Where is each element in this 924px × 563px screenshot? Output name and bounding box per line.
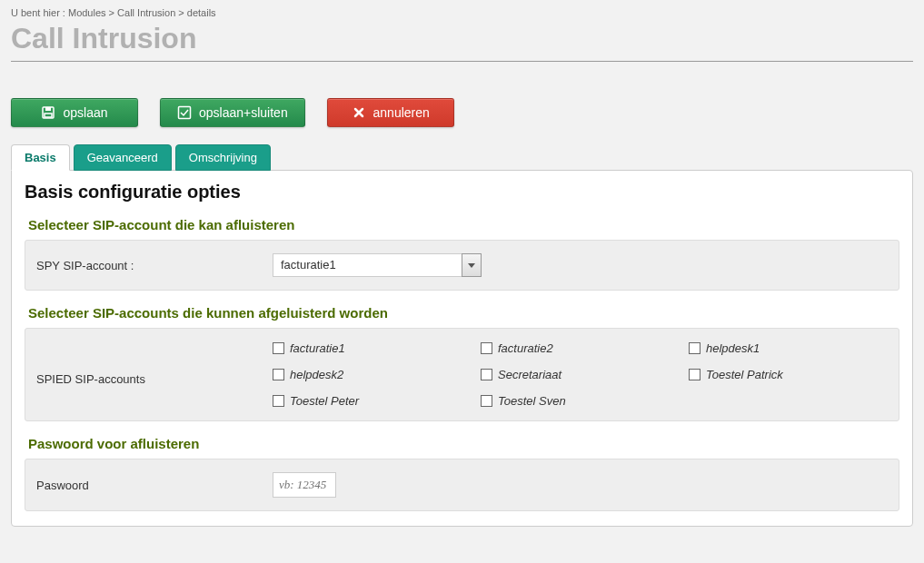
checkbox-label: Toestel Sven: [498, 394, 566, 408]
checkbox-box[interactable]: [273, 395, 284, 407]
close-icon: [352, 105, 366, 120]
tab-description[interactable]: Omschrijving: [175, 144, 271, 171]
checkbox-label: Secretariaat: [498, 368, 561, 381]
svg-rect-1: [45, 107, 51, 111]
toolbar: opslaan opslaan+sluiten annuleren: [11, 98, 913, 127]
checkbox-label: Toestel Patrick: [706, 368, 783, 381]
spied-section-title: Selecteer SIP-accounts die kunnen afgelu…: [28, 305, 899, 321]
svg-rect-2: [45, 114, 52, 117]
checkbox-box[interactable]: [481, 369, 492, 380]
checkbox-box[interactable]: [689, 369, 700, 380]
checkbox-label: Toestel Peter: [290, 394, 359, 408]
checkbox-box[interactable]: [481, 395, 492, 407]
checkbox-toestel-peter[interactable]: Toestel Peter: [273, 394, 472, 408]
spied-accounts-label: SPIED SIP-accounts: [36, 341, 273, 386]
password-label: Paswoord: [36, 479, 273, 492]
check-icon: [177, 105, 192, 120]
config-panel: Basis configuratie opties Selecteer SIP-…: [11, 170, 913, 527]
tab-basis[interactable]: Basis: [11, 144, 70, 171]
spied-accounts-grid: facturatie1 facturatie2 helpdesk1 helpde…: [273, 341, 888, 408]
checkbox-box[interactable]: [689, 342, 700, 354]
checkbox-box[interactable]: [481, 342, 492, 354]
checkbox-label: helpdesk1: [706, 341, 760, 355]
checkbox-label: facturatie2: [498, 341, 553, 355]
save-icon: [41, 105, 55, 120]
password-section-title: Paswoord voor afluisteren: [28, 436, 899, 451]
spy-section-title: Selecteer SIP-account die kan afluistere…: [28, 217, 899, 232]
checkbox-box[interactable]: [273, 369, 284, 380]
cancel-button[interactable]: annuleren: [327, 98, 454, 127]
tab-advanced[interactable]: Geavanceerd: [74, 144, 172, 171]
checkbox-facturatie2[interactable]: facturatie2: [481, 341, 680, 355]
spied-group: SPIED SIP-accounts facturatie1 facturati…: [25, 328, 899, 421]
spy-account-select[interactable]: facturatie1: [273, 253, 482, 277]
save-close-button[interactable]: opslaan+sluiten: [160, 98, 305, 127]
spy-group: SPY SIP-account : facturatie1: [25, 240, 899, 291]
save-close-button-label: opslaan+sluiten: [199, 105, 288, 120]
checkbox-secretariaat[interactable]: Secretariaat: [481, 368, 680, 381]
title-divider: [11, 61, 913, 62]
spy-account-label: SPY SIP-account :: [36, 259, 273, 272]
chevron-down-icon[interactable]: [462, 253, 482, 277]
svg-rect-3: [179, 107, 191, 119]
checkbox-toestel-patrick[interactable]: Toestel Patrick: [689, 368, 888, 381]
checkbox-helpdesk1[interactable]: helpdesk1: [689, 341, 888, 355]
checkbox-label: helpdesk2: [290, 368, 343, 381]
panel-heading: Basis configuratie opties: [25, 182, 899, 202]
spy-account-value: facturatie1: [273, 253, 462, 277]
tab-bar: Basis Geavanceerd Omschrijving: [11, 143, 913, 170]
save-button[interactable]: opslaan: [11, 98, 138, 127]
checkbox-label: facturatie1: [290, 341, 345, 355]
breadcrumb: U bent hier : Modules > Call Intrusion >…: [11, 7, 913, 18]
cancel-button-label: annuleren: [373, 105, 430, 120]
page-title: Call Intrusion: [11, 22, 913, 55]
save-button-label: opslaan: [63, 105, 107, 120]
checkbox-facturatie1[interactable]: facturatie1: [273, 341, 472, 355]
checkbox-helpdesk2[interactable]: helpdesk2: [273, 368, 472, 381]
password-group: Paswoord: [25, 459, 899, 511]
checkbox-box[interactable]: [273, 342, 284, 354]
checkbox-toestel-sven[interactable]: Toestel Sven: [481, 394, 680, 408]
password-input[interactable]: [273, 472, 336, 498]
